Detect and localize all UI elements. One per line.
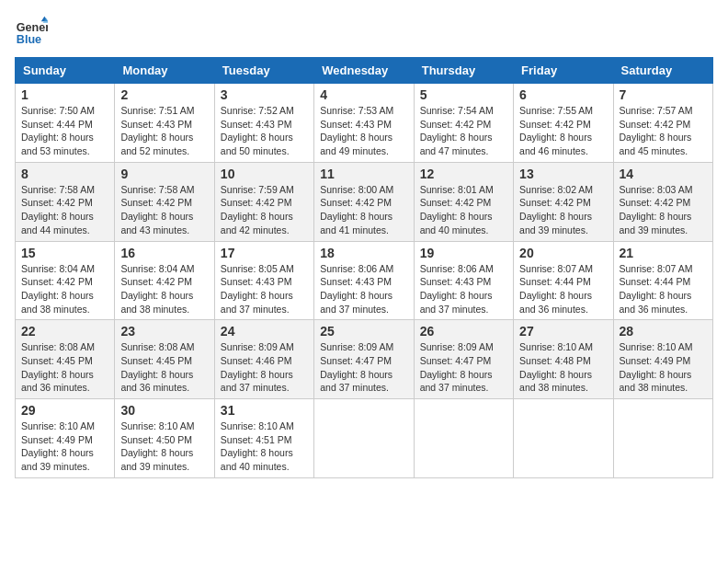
calendar-cell: 25Sunrise: 8:09 AMSunset: 4:47 PMDayligh… [314,320,414,399]
day-info: Sunrise: 8:03 AMSunset: 4:42 PMDaylight:… [620,183,707,237]
week-row-1: 1Sunrise: 7:50 AMSunset: 4:44 PMDaylight… [16,84,713,163]
day-number: 3 [221,87,308,102]
week-row-4: 22Sunrise: 8:08 AMSunset: 4:45 PMDayligh… [16,320,713,399]
weekday-friday: Friday [514,58,613,84]
weekday-header-row: SundayMondayTuesdayWednesdayThursdayFrid… [16,58,713,84]
day-number: 31 [221,403,308,418]
page-header: General Blue [15,15,713,48]
weekday-sunday: Sunday [16,58,115,84]
calendar-cell: 17Sunrise: 8:05 AMSunset: 4:43 PMDayligh… [214,241,313,320]
calendar-cell: 11Sunrise: 8:00 AMSunset: 4:42 PMDayligh… [314,162,414,241]
logo-icon: General Blue [15,15,48,48]
day-info: Sunrise: 8:07 AMSunset: 4:44 PMDaylight:… [620,262,707,316]
day-info: Sunrise: 8:10 AMSunset: 4:51 PMDaylight:… [221,419,308,474]
calendar-cell: 1Sunrise: 7:50 AMSunset: 4:44 PMDaylight… [16,84,115,163]
day-number: 24 [221,324,308,339]
calendar-cell: 2Sunrise: 7:51 AMSunset: 4:43 PMDaylight… [115,84,214,163]
calendar-cell: 29Sunrise: 8:10 AMSunset: 4:49 PMDayligh… [16,399,115,478]
week-row-3: 15Sunrise: 8:04 AMSunset: 4:42 PMDayligh… [16,241,713,320]
day-number: 23 [120,324,208,339]
day-info: Sunrise: 8:01 AMSunset: 4:42 PMDaylight:… [420,183,507,237]
day-info: Sunrise: 8:10 AMSunset: 4:49 PMDaylight:… [620,340,707,395]
day-number: 16 [120,246,208,260]
day-info: Sunrise: 8:10 AMSunset: 4:48 PMDaylight:… [519,340,607,395]
day-info: Sunrise: 8:09 AMSunset: 4:46 PMDaylight:… [221,340,308,395]
calendar-cell: 31Sunrise: 8:10 AMSunset: 4:51 PMDayligh… [214,399,313,478]
day-number: 20 [519,246,607,260]
day-number: 15 [21,246,108,260]
calendar-cell: 20Sunrise: 8:07 AMSunset: 4:44 PMDayligh… [514,241,613,320]
day-number: 4 [320,87,407,102]
calendar-cell: 6Sunrise: 7:55 AMSunset: 4:42 PMDaylight… [514,84,613,163]
calendar-cell: 23Sunrise: 8:08 AMSunset: 4:45 PMDayligh… [115,320,214,399]
day-info: Sunrise: 8:07 AMSunset: 4:44 PMDaylight:… [519,262,607,316]
day-number: 7 [620,87,707,102]
weekday-tuesday: Tuesday [214,58,313,84]
day-info: Sunrise: 8:04 AMSunset: 4:42 PMDaylight:… [21,262,108,316]
day-info: Sunrise: 8:09 AMSunset: 4:47 PMDaylight:… [420,340,507,395]
day-info: Sunrise: 8:08 AMSunset: 4:45 PMDaylight:… [120,340,208,395]
day-info: Sunrise: 8:09 AMSunset: 4:47 PMDaylight:… [320,340,407,395]
day-number: 22 [21,324,108,339]
day-info: Sunrise: 7:50 AMSunset: 4:44 PMDaylight:… [21,104,108,158]
day-number: 14 [620,167,707,181]
day-number: 9 [120,167,208,181]
day-number: 11 [320,167,407,181]
weekday-thursday: Thursday [414,58,513,84]
calendar-cell: 7Sunrise: 7:57 AMSunset: 4:42 PMDaylight… [613,84,712,163]
calendar-cell [613,399,712,478]
calendar-cell: 4Sunrise: 7:53 AMSunset: 4:43 PMDaylight… [314,84,414,163]
day-number: 29 [21,403,108,418]
day-info: Sunrise: 7:52 AMSunset: 4:43 PMDaylight:… [221,104,308,158]
calendar-cell: 18Sunrise: 8:06 AMSunset: 4:43 PMDayligh… [314,241,414,320]
day-number: 27 [519,324,607,339]
day-number: 26 [420,324,507,339]
calendar-cell: 15Sunrise: 8:04 AMSunset: 4:42 PMDayligh… [16,241,115,320]
day-number: 13 [519,167,607,181]
day-info: Sunrise: 8:05 AMSunset: 4:43 PMDaylight:… [221,262,308,316]
calendar-cell: 26Sunrise: 8:09 AMSunset: 4:47 PMDayligh… [414,320,513,399]
day-info: Sunrise: 7:58 AMSunset: 4:42 PMDaylight:… [21,183,108,237]
calendar-body: 1Sunrise: 7:50 AMSunset: 4:44 PMDaylight… [16,84,713,478]
calendar-cell: 8Sunrise: 7:58 AMSunset: 4:42 PMDaylight… [16,162,115,241]
calendar-cell: 10Sunrise: 7:59 AMSunset: 4:42 PMDayligh… [214,162,313,241]
day-number: 30 [120,403,208,418]
day-number: 17 [221,246,308,260]
week-row-2: 8Sunrise: 7:58 AMSunset: 4:42 PMDaylight… [16,162,713,241]
day-info: Sunrise: 7:53 AMSunset: 4:43 PMDaylight:… [320,104,407,158]
weekday-saturday: Saturday [613,58,712,84]
day-info: Sunrise: 8:04 AMSunset: 4:42 PMDaylight:… [120,262,208,316]
calendar-cell: 5Sunrise: 7:54 AMSunset: 4:42 PMDaylight… [414,84,513,163]
day-info: Sunrise: 7:54 AMSunset: 4:42 PMDaylight:… [420,104,507,158]
calendar-cell: 24Sunrise: 8:09 AMSunset: 4:46 PMDayligh… [214,320,313,399]
calendar-cell: 13Sunrise: 8:02 AMSunset: 4:42 PMDayligh… [514,162,613,241]
day-number: 18 [320,246,407,260]
day-info: Sunrise: 8:00 AMSunset: 4:42 PMDaylight:… [320,183,407,237]
day-number: 1 [21,87,108,102]
day-info: Sunrise: 7:55 AMSunset: 4:42 PMDaylight:… [519,104,607,158]
day-info: Sunrise: 7:57 AMSunset: 4:42 PMDaylight:… [620,104,707,158]
day-info: Sunrise: 8:02 AMSunset: 4:42 PMDaylight:… [519,183,607,237]
day-info: Sunrise: 7:51 AMSunset: 4:43 PMDaylight:… [120,104,208,158]
week-row-5: 29Sunrise: 8:10 AMSunset: 4:49 PMDayligh… [16,399,713,478]
weekday-wednesday: Wednesday [314,58,414,84]
calendar-cell: 14Sunrise: 8:03 AMSunset: 4:42 PMDayligh… [613,162,712,241]
logo: General Blue [15,15,53,48]
day-number: 5 [420,87,507,102]
day-number: 8 [21,167,108,181]
day-number: 10 [221,167,308,181]
calendar-cell [514,399,613,478]
day-number: 21 [620,246,707,260]
calendar-cell: 12Sunrise: 8:01 AMSunset: 4:42 PMDayligh… [414,162,513,241]
day-number: 12 [420,167,507,181]
calendar-cell: 9Sunrise: 7:58 AMSunset: 4:42 PMDaylight… [115,162,214,241]
day-info: Sunrise: 7:59 AMSunset: 4:42 PMDaylight:… [221,183,308,237]
day-info: Sunrise: 7:58 AMSunset: 4:42 PMDaylight:… [120,183,208,237]
calendar-cell: 22Sunrise: 8:08 AMSunset: 4:45 PMDayligh… [16,320,115,399]
day-number: 2 [120,87,208,102]
calendar-cell: 27Sunrise: 8:10 AMSunset: 4:48 PMDayligh… [514,320,613,399]
svg-text:Blue: Blue [17,33,41,46]
calendar-cell: 19Sunrise: 8:06 AMSunset: 4:43 PMDayligh… [414,241,513,320]
weekday-monday: Monday [115,58,214,84]
calendar-cell [314,399,414,478]
